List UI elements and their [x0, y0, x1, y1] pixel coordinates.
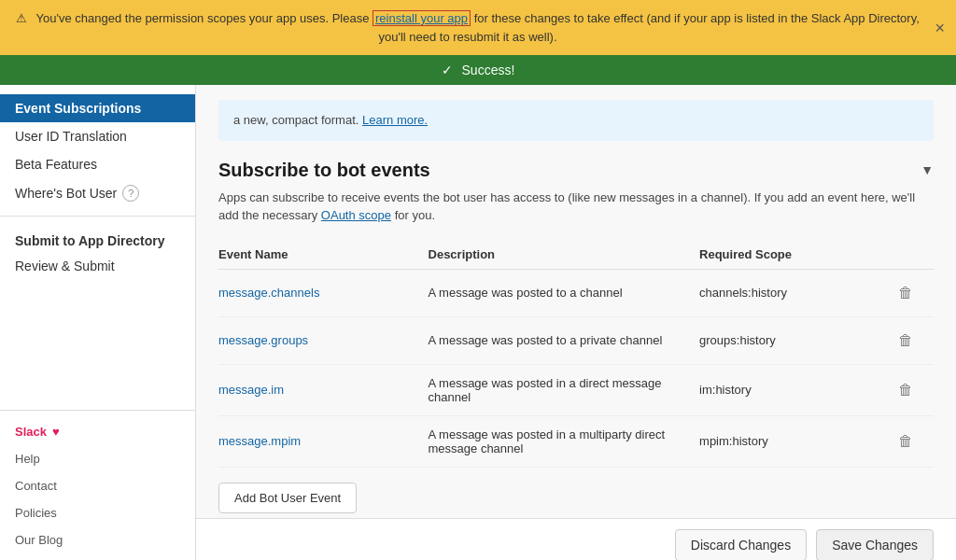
event-scope: mpim:history — [699, 415, 884, 467]
event-description: A message was posted in a direct message… — [429, 364, 700, 415]
sidebar-divider — [0, 216, 195, 217]
sidebar-item-label: Review & Submit — [15, 259, 115, 273]
event-scope: channels:history — [699, 269, 884, 316]
col-header-event-name: Event Name — [218, 240, 429, 270]
collapse-arrow-icon[interactable]: ▼ — [921, 162, 934, 177]
delete-event-button[interactable]: 🗑 — [894, 281, 917, 305]
heart-icon: ♥ — [52, 425, 60, 439]
sidebar-item-label: Help — [15, 452, 40, 466]
sidebar-item-label: Event Subscriptions — [15, 101, 141, 116]
learn-more-link[interactable]: Learn more. — [362, 113, 428, 127]
main-layout: Event Subscriptions User ID Translation … — [0, 85, 956, 560]
sidebar-item-review-submit[interactable]: Review & Submit — [0, 252, 195, 280]
delete-event-button[interactable]: 🗑 — [894, 329, 917, 353]
slack-label: Slack — [15, 425, 47, 439]
warning-banner: ⚠ You've changed the permission scopes y… — [0, 0, 956, 55]
warning-close-button[interactable]: × — [935, 18, 945, 37]
table-row: message.im A message was posted in a dir… — [218, 364, 934, 415]
delete-event-button[interactable]: 🗑 — [894, 378, 917, 402]
table-row: message.mpim A message was posted in a m… — [218, 415, 934, 467]
sidebar: Event Subscriptions User ID Translation … — [0, 85, 196, 560]
event-link[interactable]: message.groups — [218, 333, 308, 347]
sidebar-item-help[interactable]: Help — [0, 445, 195, 472]
footer-bar: Discard Changes Save Changes — [196, 518, 956, 560]
event-scope: im:history — [699, 364, 884, 415]
oauth-scope-link[interactable]: OAuth scope — [321, 208, 391, 222]
section-title: Subscribe to bot events — [218, 160, 430, 181]
event-description: A message was posted to a private channe… — [429, 316, 700, 364]
sidebar-item-wheres-bot-user[interactable]: Where's Bot User ? — [0, 178, 195, 208]
success-bar: ✓ Success! — [0, 55, 956, 85]
sidebar-item-label: Policies — [15, 506, 57, 520]
sidebar-item-event-subscriptions[interactable]: Event Subscriptions — [0, 94, 195, 122]
event-link[interactable]: message.channels — [218, 286, 319, 300]
event-description: A message was posted to a channel — [429, 269, 700, 316]
col-header-description: Description — [429, 240, 700, 270]
sidebar-section-header: Submit to App Directory — [0, 224, 195, 252]
delete-event-button[interactable]: 🗑 — [894, 429, 917, 454]
add-bot-user-event-button[interactable]: Add Bot User Event — [218, 483, 357, 513]
col-header-action — [884, 240, 934, 270]
info-box: a new, compact format. Learn more. — [218, 100, 934, 141]
info-icon[interactable]: ? — [122, 185, 139, 202]
sidebar-item-contact[interactable]: Contact — [0, 472, 195, 499]
table-row: message.groups A message was posted to a… — [218, 316, 934, 364]
event-description: A message was posted in a multiparty dir… — [429, 415, 700, 467]
sidebar-item-label: Contact — [15, 479, 57, 493]
success-text: Success! — [462, 63, 515, 77]
check-icon: ✓ — [442, 63, 453, 77]
section-header: Subscribe to bot events ▼ — [218, 160, 934, 181]
main-content: a new, compact format. Learn more. Subsc… — [196, 85, 956, 518]
sidebar-item-policies[interactable]: Policies — [0, 499, 195, 526]
sidebar-item-our-blog[interactable]: Our Blog — [0, 526, 195, 553]
section-header-label: Submit to App Directory — [15, 233, 165, 248]
sidebar-footer: Slack ♥ Help Contact Policies Our Blog — [0, 410, 195, 560]
table-row: message.channels A message was posted to… — [218, 269, 934, 316]
event-scope: groups:history — [699, 316, 884, 364]
warning-icon: ⚠ — [16, 11, 27, 25]
event-link[interactable]: message.im — [218, 383, 284, 397]
warning-text-before: You've changed the permission scopes you… — [36, 11, 370, 25]
sidebar-item-label: Our Blog — [15, 533, 63, 547]
info-text: a new, compact format. — [233, 113, 358, 127]
save-changes-button[interactable]: Save Changes — [816, 529, 934, 561]
discard-changes-button[interactable]: Discard Changes — [675, 529, 807, 561]
event-link[interactable]: message.mpim — [218, 434, 301, 448]
events-table: Event Name Description Required Scope me… — [218, 240, 934, 468]
sidebar-item-label: User ID Translation — [15, 129, 127, 144]
sidebar-item-label: Beta Features — [15, 157, 97, 172]
sidebar-item-label: Where's Bot User — [15, 186, 117, 201]
sidebar-item-slack[interactable]: Slack ♥ — [0, 418, 195, 445]
reinstall-link[interactable]: reinstall your app — [373, 10, 471, 26]
sidebar-item-user-id-translation[interactable]: User ID Translation — [0, 122, 195, 150]
section-description: Apps can subscribe to receive events the… — [218, 189, 934, 225]
sidebar-item-beta-features[interactable]: Beta Features — [0, 150, 195, 178]
col-header-required-scope: Required Scope — [699, 240, 884, 270]
